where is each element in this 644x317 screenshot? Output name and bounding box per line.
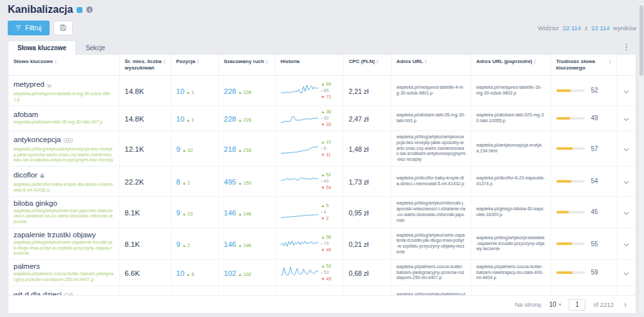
sort-icon[interactable]: ▴▾ [377,59,378,65]
keyword-url[interactable]: wapteka.pl/afobam-tabl-05-mg-30-tabl-997… [14,120,114,125]
keyword[interactable]: wit d dla dzieci [14,291,62,295]
traffic: 102 [224,269,236,277]
current-page-input[interactable]: 1 [569,299,585,311]
sort-icon[interactable]: ▴▾ [164,59,165,71]
url-previous[interactable]: wapteka.pl/blog/artykul/przewlekle-zapal… [477,235,545,252]
up-arrow-icon: ▲ [321,173,325,177]
sort-icon[interactable]: ▴▾ [425,59,426,65]
url-previous[interactable]: wapteka.pl/afobam-tabl-025-mg-30-tabl-10… [477,113,545,124]
expand-row-button[interactable] [622,111,630,125]
expand-row-button[interactable] [622,141,630,156]
history-stats: ▲ 5 • 4 ▼ 2 [321,203,329,222]
dot-icon: • [321,271,323,275]
keyword-url[interactable]: wapteka.pl/metypred-tabletki-4-mg-30-szt… [14,91,114,103]
expand-row-button[interactable] [622,84,630,98]
table-row[interactable]: biloba ginkgo wapteka.pl/blog/artykul/mi… [8,196,636,228]
filter-button[interactable]: Filtruj [8,21,50,35]
apps-grid-icon[interactable] [77,7,82,13]
url-previous[interactable]: wapteka.pl/dicoflor-6-20-kapsulek-41374.… [477,176,545,187]
sort-icon[interactable]: ▴▾ [534,59,535,65]
position-change: ▲ 23 [182,211,193,217]
keyword-url[interactable]: wapteka.pl/blog/artykul/antykoncepcja-be… [14,147,114,163]
scrollbar[interactable] [639,3,643,314]
position: 10 [176,269,185,277]
col-searches[interactable]: Śr. mies. liczba wyszukiwań▴▾ [119,55,171,76]
difficulty-value: 52 [591,87,598,94]
more-options-icon[interactable]: ⋮ [619,42,634,51]
keyword-url[interactable]: wapteka.pl/palmers-cocoa-butter-balsam-p… [14,271,114,283]
table-row[interactable]: metypred W wapteka.pl/metypred-tabletki-… [8,76,636,106]
position: 8 [176,178,180,186]
url-current[interactable]: wapteka.pl/metypred-tabletki-4-mg-30-szt… [397,85,466,96]
col-url[interactable]: Adres URL▴▾ [391,55,471,76]
per-page-select[interactable]: 10 ▾ [549,301,562,308]
keyword-url[interactable]: wapteka.pl/blog/artykul/milorzab-japonsk… [14,208,114,225]
keyword[interactable]: metypred [14,80,44,88]
sort-icon[interactable]: ▴▾ [609,59,611,71]
position-change: ▲ 6 [186,271,194,277]
col-difficulty[interactable]: Trudność słowa kluczowego▴▾ [551,55,616,76]
up-arrow-icon: ▲ [321,264,325,268]
url-previous[interactable]: wapteka.pl/ginkgo-biloba-60-kapsulek-163… [477,206,545,218]
tab-slowa-kluczowe[interactable]: Słowa kluczowe [8,41,76,55]
expand-row-button[interactable] [622,174,630,188]
expand-row-button[interactable] [622,266,630,280]
url-current[interactable]: wapteka.pl/afobam-tabl-05-mg-30-tabl-991… [397,113,466,124]
url-previous[interactable]: wapteka.pl/metypred-tabletki-16-mg-30-sz… [477,85,545,96]
traffic-change: ▲ 146 [238,211,252,217]
url-current[interactable]: wapteka.pl/blog/artykul/milorzab-japonsk… [397,201,466,223]
keyword[interactable]: palmers [14,262,40,270]
history-sparkline [281,82,318,99]
keyword-url[interactable]: wapteka.pl/blog/artykul/ostre-zapalenie-… [14,240,114,257]
table-row[interactable]: antykoncepcja wapteka.pl/blog/artykul/an… [8,131,636,166]
save-button[interactable] [53,21,73,35]
table-row[interactable]: dicoflor wapteka.pl/dicoflor-baby-krople… [8,167,636,197]
keyword-url[interactable]: wapteka.pl/dicoflor-baby-krople-dla-dzie… [14,182,114,194]
table-row[interactable]: palmers wapteka.pl/palmers-cocoa-butter-… [8,260,636,286]
keyword[interactable]: biloba ginkgo [14,199,57,207]
tag-icon [64,138,68,143]
keywords-table: Słowo kluczowe▴▾ Śr. mies. liczba wyszuk… [8,55,636,295]
url-current[interactable]: wapteka.pl/blog/artykul/antykoncepcja-be… [397,134,466,163]
sort-icon[interactable]: ▴▾ [266,59,267,65]
traffic: 146 [224,240,236,248]
tab-sekcje[interactable]: Sekcje [76,41,115,55]
col-position[interactable]: Pozycja▴▾ [171,55,218,76]
url-current[interactable]: wapteka.pl/dicoflor-baby-krople-dla-dzie… [397,176,466,187]
col-traffic[interactable]: Szacowany ruch▴▾ [218,55,275,76]
col-history[interactable]: Historia [275,55,343,76]
dot-icon: • [321,147,323,150]
history-sparkline [281,264,318,281]
position-change: ▲ 2 [182,242,190,248]
url-current[interactable]: wapteka.pl/palmers-cocoa-butter-balsam-p… [397,264,466,281]
next-page-button[interactable]: › [621,300,629,309]
scrollbar-thumb[interactable] [639,5,643,76]
keyword[interactable]: dicoflor [14,171,37,179]
info-icon[interactable]: i [86,6,93,13]
keyword[interactable]: afobam [14,111,38,118]
col-cpc[interactable]: CPC (PLN)▴▾ [343,55,391,76]
table-row[interactable]: afobam wapteka.pl/afobam-tabl-05-mg-30-t… [8,105,636,131]
history-stats: ▲ 69 • 85 ▼ 71 [321,81,332,100]
url-previous[interactable]: wapteka.pl/palmers-cocoa-butter-balsam-n… [477,264,545,281]
url-previous[interactable]: wapteka.pl/antykoncepcja-erotyka.234.htm… [477,143,545,154]
history-sparkline [281,110,318,127]
col-url-prev[interactable]: Adres URL (poprzedni)▴▾ [471,55,551,76]
sort-icon[interactable]: ▴▾ [197,59,198,65]
table-row[interactable]: zapalenie trzustki objawy wapteka.pl/blo… [8,228,636,259]
url-current[interactable]: wapteka.pl/blog/artykul/ostre-zapalenie-… [397,233,466,255]
expand-row-button[interactable] [622,205,630,219]
keyword[interactable]: zapalenie trzustki objawy [14,231,96,239]
difficulty-value: 59 [591,269,598,276]
table-header-row: Słowo kluczowe▴▾ Śr. mies. liczba wyszuk… [8,55,636,76]
filter-icon [15,25,21,30]
col-keyword[interactable]: Słowo kluczowe▴▾ [8,55,119,76]
table-row[interactable]: wit d dla dzieci wapteka.pl/blog/artykul… [8,285,636,295]
expand-row-button[interactable] [622,237,630,251]
history-avg: • 5 [321,145,332,152]
up-arrow-icon: ▲ [182,181,186,185]
sort-icon[interactable]: ▴▾ [55,59,56,65]
keyword[interactable]: antykoncepcja [14,136,61,143]
history-stats: ▲ 58 • 79 ▼ 40 [321,234,332,253]
difficulty-bar [556,211,585,213]
